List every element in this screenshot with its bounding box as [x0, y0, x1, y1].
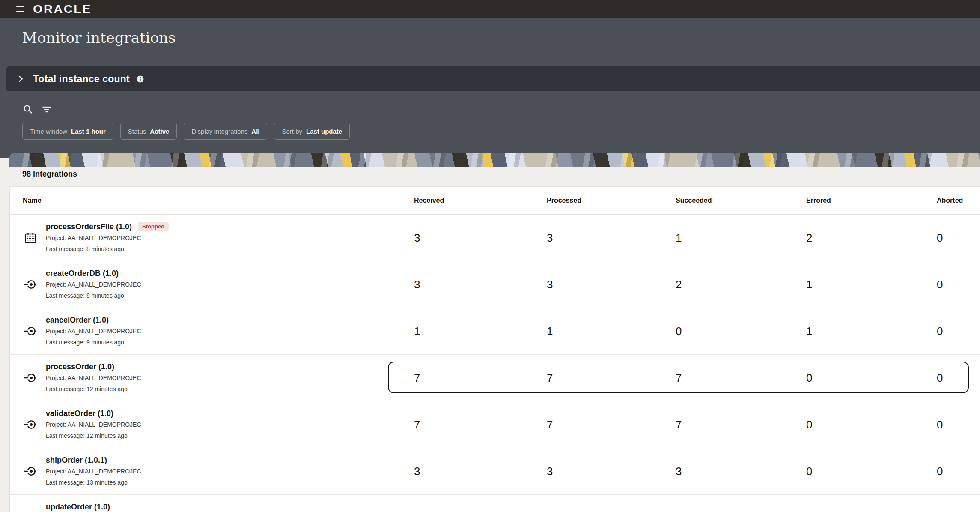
filter-button[interactable]	[42, 105, 51, 114]
sort-by-filter[interactable]: Sort by Last update	[274, 123, 350, 140]
succeeded-count[interactable]: 0	[676, 325, 682, 338]
integration-row[interactable]: validateOrder (1.0) Project: AA_NIALL_DE…	[10, 401, 980, 448]
processed-count[interactable]: 3	[547, 278, 553, 291]
integration-type-icon-wrap	[24, 372, 36, 384]
succeeded-count[interactable]: 7	[676, 371, 682, 385]
integration-name-cell: validateOrder (1.0) Project: AA_NIALL_DE…	[10, 401, 414, 448]
project-label: Project: AA_NIALL_DEMOPROJEC	[46, 372, 141, 383]
column-header-aborted: Aborted	[937, 187, 963, 214]
info-icon[interactable]	[137, 75, 144, 83]
aborted-count[interactable]: 0	[937, 371, 943, 385]
column-header-name: Name	[23, 187, 42, 214]
table-header: Name Received Processed Succeeded Errore…	[10, 187, 980, 215]
errored-count[interactable]: 0	[806, 465, 812, 478]
aborted-count[interactable]: 0	[937, 465, 943, 478]
filter-icon	[42, 105, 51, 114]
hamburger-icon	[16, 11, 24, 12]
integration-text-block: updateOrder (1.0)	[46, 501, 110, 512]
integration-name-cell: cancelOrder (1.0) Project: AA_NIALL_DEMO…	[10, 308, 414, 354]
succeeded-count[interactable]: 3	[676, 465, 682, 478]
time-window-filter[interactable]: Time window Last 1 hour	[22, 123, 113, 140]
filter-label: Status	[128, 128, 146, 135]
integration-name-cell: updateOrder (1.0)	[10, 495, 414, 512]
aborted-count[interactable]: 0	[937, 231, 943, 245]
column-header-succeeded: Succeeded	[676, 187, 712, 214]
integration-row[interactable]: cancelOrder (1.0) Project: AA_NIALL_DEMO…	[10, 308, 980, 355]
filter-value: Active	[150, 128, 169, 135]
aborted-count[interactable]: 0	[937, 418, 943, 431]
succeeded-count[interactable]: 2	[676, 278, 682, 291]
integration-type-icon-wrap	[24, 278, 36, 290]
integration-type-icon-wrap	[24, 232, 36, 244]
status-badge: Stopped	[138, 222, 169, 231]
processed-count[interactable]: 1	[547, 325, 553, 338]
succeeded-count[interactable]: 1	[676, 231, 682, 245]
integration-text-block: cancelOrder (1.0) Project: AA_NIALL_DEMO…	[46, 314, 141, 348]
project-label: Project: AA_NIALL_DEMOPROJEC	[46, 326, 141, 337]
processed-count[interactable]: 7	[547, 371, 553, 385]
project-label: Project: AA_NIALL_DEMOPROJEC	[46, 232, 169, 243]
content-section: 98 integrations Name Received Processed …	[0, 158, 980, 512]
column-header-received: Received	[414, 187, 444, 214]
integrations-table: Name Received Processed Succeeded Errore…	[9, 186, 980, 512]
total-instance-count-panel[interactable]: Total instance count	[6, 66, 980, 91]
processed-count[interactable]: 7	[547, 418, 553, 431]
integration-name: validateOrder (1.0)	[46, 409, 113, 418]
search-filter-toolbar	[23, 105, 51, 114]
filter-label: Sort by	[282, 128, 302, 135]
search-icon	[23, 105, 33, 114]
errored-count[interactable]: 1	[806, 278, 812, 291]
decorative-banner	[9, 153, 980, 167]
integration-name-cell: createOrderDB (1.0) Project: AA_NIALL_DE…	[10, 261, 414, 308]
received-count[interactable]: 3	[414, 465, 420, 478]
aborted-count[interactable]: 0	[937, 325, 943, 338]
integration-row[interactable]: processOrdersFile (1.0) Stopped Project:…	[10, 215, 980, 261]
page-title: Monitor integrations	[22, 29, 176, 46]
column-header-errored: Errored	[806, 187, 831, 214]
integration-name-cell: processOrder (1.0) Project: AA_NIALL_DEM…	[10, 355, 414, 401]
integration-row[interactable]: processOrder (1.0) Project: AA_NIALL_DEM…	[10, 355, 980, 401]
integration-name: updateOrder (1.0)	[46, 503, 110, 512]
integration-icon	[24, 419, 36, 430]
integration-row[interactable]: shipOrder (1.0.1) Project: AA_NIALL_DEMO…	[10, 448, 980, 495]
received-count[interactable]: 3	[414, 278, 420, 291]
received-count[interactable]: 7	[414, 418, 420, 431]
processed-count[interactable]: 3	[547, 231, 553, 245]
errored-count[interactable]: 0	[806, 371, 812, 385]
received-count[interactable]: 1	[414, 325, 420, 338]
display-integrations-filter[interactable]: Display integrations All	[184, 123, 267, 140]
integration-name-cell: shipOrder (1.0.1) Project: AA_NIALL_DEMO…	[10, 448, 414, 494]
succeeded-count[interactable]: 7	[676, 418, 682, 431]
integration-type-icon-wrap	[24, 419, 36, 431]
integration-icon	[24, 372, 36, 383]
chevron-right-icon[interactable]	[18, 75, 24, 83]
status-filter[interactable]: Status Active	[120, 123, 177, 140]
integration-name: processOrdersFile (1.0)	[46, 222, 132, 231]
project-label: Project: AA_NIALL_DEMOPROJEC	[46, 279, 141, 290]
errored-count[interactable]: 1	[806, 325, 812, 338]
integration-text-block: shipOrder (1.0.1) Project: AA_NIALL_DEMO…	[46, 455, 141, 488]
table-body: processOrdersFile (1.0) Stopped Project:…	[10, 215, 980, 512]
integration-type-icon-wrap	[24, 465, 36, 477]
oracle-logo[interactable]: ORACLE	[33, 3, 92, 15]
integration-name: createOrderDB (1.0)	[46, 269, 119, 278]
hamburger-menu-button[interactable]	[16, 6, 24, 12]
filters-toolbar: Time window Last 1 hour Status Active Di…	[22, 123, 350, 140]
processed-count[interactable]: 3	[547, 465, 553, 478]
integration-type-icon-wrap	[24, 325, 36, 337]
integration-icon	[24, 466, 36, 477]
integration-row[interactable]: updateOrder (1.0)	[10, 495, 980, 512]
integration-text-block: createOrderDB (1.0) Project: AA_NIALL_DE…	[46, 268, 141, 301]
filter-label: Display integrations	[191, 128, 247, 135]
integration-name: cancelOrder (1.0)	[46, 316, 109, 325]
search-button[interactable]	[23, 105, 33, 114]
received-count[interactable]: 3	[414, 231, 420, 245]
last-message-label: Last message: 13 minutes ago	[46, 477, 141, 488]
received-count[interactable]: 7	[414, 371, 420, 385]
integration-icon	[24, 326, 36, 337]
aborted-count[interactable]: 0	[937, 278, 943, 291]
errored-count[interactable]: 0	[806, 418, 812, 431]
integration-row[interactable]: createOrderDB (1.0) Project: AA_NIALL_DE…	[10, 261, 980, 308]
column-header-processed: Processed	[547, 187, 581, 214]
errored-count[interactable]: 2	[806, 231, 812, 245]
